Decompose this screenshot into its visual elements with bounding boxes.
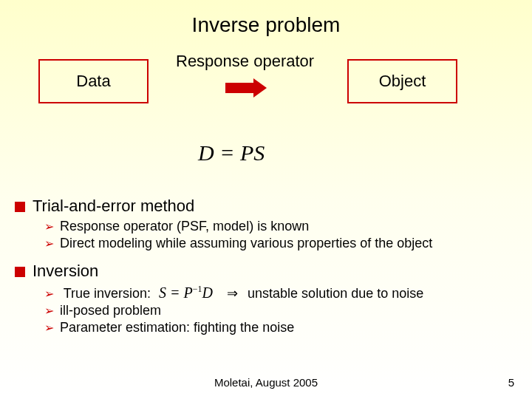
heading-inversion: Inversion	[15, 262, 517, 281]
inversion-sub3: Parameter estimation: fighting the noise	[44, 320, 517, 335]
eq-rhs: D	[202, 284, 213, 301]
box-data: Data	[38, 59, 149, 103]
arrow-right-icon	[225, 78, 267, 98]
true-inv-label: True inversion:	[64, 286, 151, 301]
true-inv-equation: S = P−1D	[159, 284, 216, 301]
implies-icon: ⇒	[227, 286, 238, 301]
content-area: Trial-and-error method Response operator…	[15, 192, 517, 337]
response-operator-label: Response operator	[176, 52, 314, 71]
page-number: 5	[508, 376, 514, 389]
footer-text: Moletai, August 2005	[0, 376, 532, 389]
box-object: Object	[347, 59, 457, 103]
slide-title: Inverse problem	[0, 0, 532, 37]
equation-main: D = PS	[198, 140, 265, 166]
heading-trial: Trial-and-error method	[15, 197, 517, 216]
trial-sub1: Response operator (PSF, model) is known	[44, 219, 517, 234]
eq-lhs: S = P	[159, 284, 193, 301]
inversion-sub2: ill-posed problem	[44, 303, 517, 318]
inversion-true: True inversion: S = P−1D ⇒ unstable solu…	[44, 284, 517, 301]
trial-sub2: Direct modeling while assuming various p…	[44, 236, 517, 251]
eq-exp: −1	[193, 284, 202, 294]
diagram-row: Data Response operator Object	[0, 52, 532, 133]
true-inv-tail: unstable solution due to noise	[248, 286, 423, 301]
